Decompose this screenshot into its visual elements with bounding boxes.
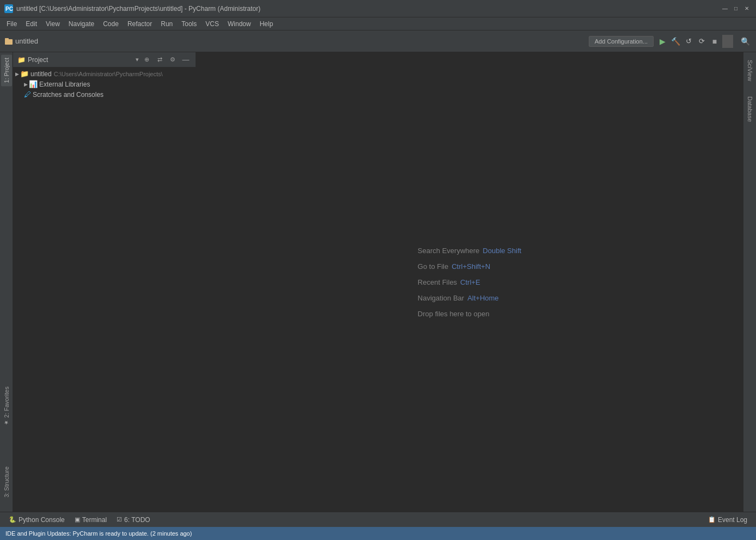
menu-refactor[interactable]: Refactor [123,19,156,29]
terminal-icon: ▣ [75,516,80,523]
main-area: 1: Project ★ 2: Favorites 3: Structure 📁… [0,52,756,512]
search-everywhere-button[interactable]: 🔍 [739,35,752,48]
menu-help[interactable]: Help [255,19,278,29]
hint-recent-shortcut: Ctrl+E [460,278,480,286]
build-icon: 🔨 [671,37,680,46]
tree-item-scratches[interactable]: 🖊 Scratches and Consoles [13,89,196,100]
menu-window[interactable]: Window [223,19,255,29]
tree-item-untitled[interactable]: ▶ 📁 untitled C:\Users\Administrator\Pych… [13,69,196,79]
project-panel-title: Project [28,56,133,64]
event-log-label: Event Log [718,516,747,524]
panel-sync-button[interactable]: ⇄ [154,54,165,65]
editor-hints: Search Everywhere Double Shift Go to Fil… [418,247,521,318]
project-panel-header: 📁 Project ▾ ⊕ ⇄ ⚙ — [13,52,196,68]
rerun2-icon: ⟳ [699,37,705,45]
left-panel-tabs: 1: Project ★ 2: Favorites 3: Structure [0,52,13,512]
hint-drop-label: Drop files here to open [418,310,490,318]
search-icon: 🔍 [741,37,750,46]
project-folder-icon-small: 📁 [17,56,26,64]
project-dropdown-icon[interactable]: ▾ [136,56,139,63]
add-configuration-button[interactable]: Add Configuration... [589,36,654,47]
rerun2-button[interactable]: ⟳ [695,35,708,48]
todo-icon: ☑ [117,516,122,523]
menu-bar: File Edit View Navigate Code Refactor Ru… [0,17,756,30]
hint-goto-label: Go to File [418,262,448,271]
tree-label-untitled: untitled [31,70,52,78]
hint-recent-label: Recent Files [418,278,457,286]
title-bar: PC untitled [C:\Users\Administrator\Pych… [0,0,756,17]
sidebar-item-project[interactable]: 1: Project [1,54,12,86]
menu-run[interactable]: Run [156,19,177,29]
hint-recent-files: Recent Files Ctrl+E [418,278,521,286]
status-message: IDE and Plugin Updates: PyCharm is ready… [5,530,751,537]
panel-locate-button[interactable]: ⊕ [141,54,152,65]
project-panel: 📁 Project ▾ ⊕ ⇄ ⚙ — ▶ 📁 untitled C:\User… [13,52,196,512]
tree-path-untitled: C:\Users\Administrator\PycharmProjects\ [54,71,163,77]
right-panel-tabs: SciView Database [743,52,756,512]
todo-label: 6: TODO [124,516,150,524]
event-log-icon: 📋 [708,516,716,523]
expand-arrow-icon: ▶ [15,71,19,77]
stop-button[interactable]: ■ [708,35,721,48]
tree-label-external-libraries: External Libraries [39,81,90,88]
build-button[interactable]: 🔨 [669,35,682,48]
python-console-label: Python Console [19,516,65,524]
project-name-label: untitled [15,37,38,45]
title-text: untitled [C:\Users\Administrator\Pycharm… [16,5,720,13]
window-controls: — □ ✕ [720,4,752,14]
hint-goto-shortcut: Ctrl+Shift+N [452,262,490,271]
minimize-button[interactable]: — [720,4,730,14]
stop-icon: ■ [712,37,717,46]
tab-event-log[interactable]: 📋 Event Log [704,515,752,525]
hint-search-everywhere: Search Everywhere Double Shift [418,247,521,255]
rerun-icon: ↺ [686,37,692,45]
sidebar-item-database[interactable]: Database [745,93,755,125]
library-icon: 📊 [29,80,38,88]
toolbar: untitled Add Configuration... ▶ 🔨 ↺ ⟳ ■ … [0,30,756,52]
python-console-icon: 🐍 [9,516,16,523]
sidebar-item-favorites[interactable]: ★ 2: Favorites [1,383,12,429]
tree-label-scratches: Scratches and Consoles [33,91,103,99]
app-icon: PC [4,4,13,13]
project-folder-icon [4,37,13,46]
status-bar: IDE and Plugin Updates: PyCharm is ready… [0,527,756,540]
project-tree: ▶ 📁 untitled C:\Users\Administrator\Pych… [13,68,196,512]
menu-vcs[interactable]: VCS [201,19,223,29]
tree-item-external-libraries[interactable]: ▶ 📊 External Libraries [13,79,196,89]
hint-nav-shortcut: Alt+Home [467,294,498,302]
hint-navigation-bar: Navigation Bar Alt+Home [418,294,521,302]
sidebar-item-sciview[interactable]: SciView [745,57,755,84]
scratches-icon: 🖊 [24,90,31,99]
rerun-button[interactable]: ↺ [682,35,695,48]
hint-goto-file: Go to File Ctrl+Shift+N [418,262,521,271]
menu-view[interactable]: View [41,19,64,29]
hint-nav-label: Navigation Bar [418,294,464,302]
sidebar-item-structure[interactable]: 3: Structure [1,463,12,501]
panel-collapse-button[interactable]: — [180,54,191,65]
hint-search-shortcut: Double Shift [483,247,521,255]
project-breadcrumb: untitled [4,37,38,46]
tab-python-console[interactable]: 🐍 Python Console [4,515,69,525]
run-icon: ▶ [660,37,666,46]
menu-file[interactable]: File [2,19,21,29]
close-button[interactable]: ✕ [742,4,752,14]
hint-drop-files: Drop files here to open [418,310,521,318]
menu-tools[interactable]: Tools [177,19,201,29]
folder-icon: 📁 [20,70,29,78]
tab-todo[interactable]: ☑ 6: TODO [112,515,155,525]
tab-terminal[interactable]: ▣ Terminal [70,515,111,525]
bottom-tab-bar: 🐍 Python Console ▣ Terminal ☑ 6: TODO 📋 … [0,512,756,527]
panel-settings-button[interactable]: ⚙ [167,54,178,65]
svg-rect-2 [5,39,13,45]
terminal-label: Terminal [82,516,107,524]
menu-code[interactable]: Code [99,19,123,29]
run-button[interactable]: ▶ [656,35,669,48]
maximize-button[interactable]: □ [731,4,741,14]
editor-area[interactable]: Search Everywhere Double Shift Go to Fil… [196,52,743,512]
svg-rect-3 [5,38,9,40]
hint-search-label: Search Everywhere [418,247,479,255]
menu-navigate[interactable]: Navigate [64,19,99,29]
menu-edit[interactable]: Edit [21,19,41,29]
svg-text:PC: PC [5,6,13,12]
expand-arrow-icon-ext: ▶ [24,82,28,87]
